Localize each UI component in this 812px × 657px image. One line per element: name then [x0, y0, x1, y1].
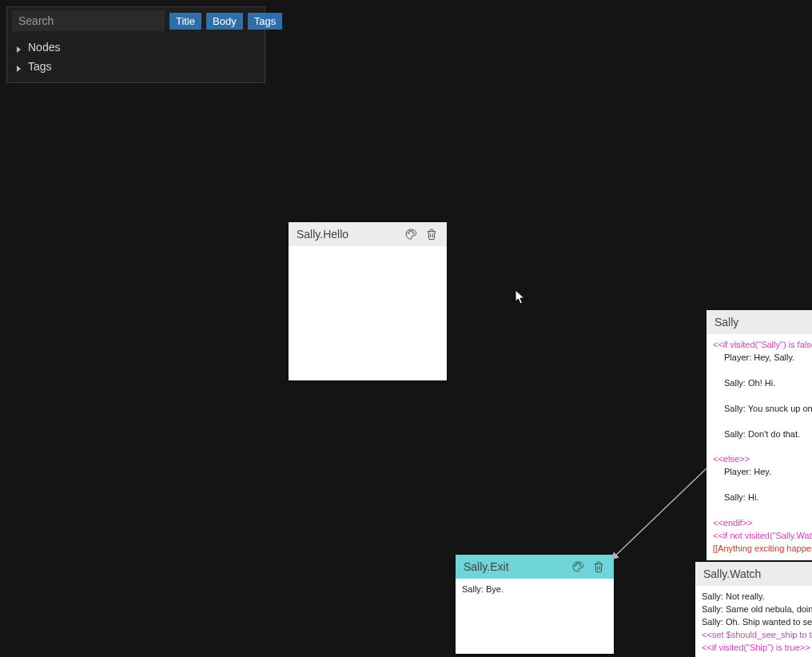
svg-point-3 [412, 231, 413, 233]
node-sally-watch[interactable]: Sally.Watch Sally: Not really.Sally: Sam… [695, 562, 812, 657]
svg-point-6 [576, 563, 578, 565]
code-line: Sally: Bye. [462, 584, 504, 594]
code-line: Player: Hey. [713, 466, 812, 479]
svg-point-2 [409, 231, 411, 233]
node-sally-hello[interactable]: Sally.Hello [289, 222, 447, 380]
palette-icon[interactable] [571, 559, 585, 574]
code-line: Sally: Not really. [702, 591, 765, 601]
node-sally[interactable]: Sally <<if visited("Sally") is false>>Pl… [707, 310, 812, 560]
svg-point-7 [579, 563, 580, 565]
node-title: Sally.Hello [297, 228, 397, 241]
svg-point-8 [580, 565, 582, 567]
code-line: <<if visited("Ship") is true>> [702, 643, 810, 652]
graph-canvas[interactable]: Sally.Hello Sally.Exit Sally: Bye. Sally [0, 0, 812, 657]
code-line: <<if visited("Sally") is false>> [713, 340, 812, 349]
svg-point-4 [413, 233, 415, 234]
trash-icon[interactable] [424, 227, 439, 241]
svg-point-5 [575, 565, 576, 567]
code-line: Sally: You snuck up on me. [713, 403, 812, 416]
code-line: <<endif>> [713, 518, 753, 528]
trash-icon[interactable] [591, 559, 606, 574]
node-title: Sally.Watch [703, 567, 812, 580]
code-line: <<set $should_see_ship to true> [702, 630, 812, 639]
node-body[interactable]: Sally: Bye. [456, 579, 614, 654]
svg-point-1 [408, 233, 409, 234]
node-body[interactable]: Sally: Not really.Sally: Same old nebula… [695, 586, 812, 657]
code-line: <<else>> [713, 454, 750, 464]
node-body[interactable] [289, 246, 447, 377]
code-line: Sally: Same old nebula, doing th [702, 604, 812, 614]
palette-icon[interactable] [404, 227, 418, 241]
node-sally-exit[interactable]: Sally.Exit Sally: Bye. [456, 555, 614, 654]
code-line: Sally: Oh! Hi. [713, 377, 812, 390]
code-line: Sally: Oh. Ship wanted to see yo [702, 617, 812, 627]
code-line: Player: Hey, Sally. [713, 352, 812, 364]
node-header[interactable]: Sally.Watch [695, 562, 812, 586]
node-body[interactable]: <<if visited("Sally") is false>>Player: … [707, 334, 812, 560]
node-header[interactable]: Sally.Hello [289, 222, 447, 246]
code-line: <<if not visited("Sally.Watch" [713, 531, 812, 540]
node-header[interactable]: Sally.Exit [456, 555, 614, 579]
code-line: [[Anything exciting happen o [713, 544, 812, 553]
node-header[interactable]: Sally [707, 310, 812, 334]
node-title: Sally.Exit [464, 560, 564, 573]
code-line: Sally: Don't do that. [713, 428, 812, 441]
svg-line-0 [611, 468, 707, 559]
code-line: Sally: Hi. [713, 492, 812, 504]
node-title: Sally [714, 316, 812, 328]
